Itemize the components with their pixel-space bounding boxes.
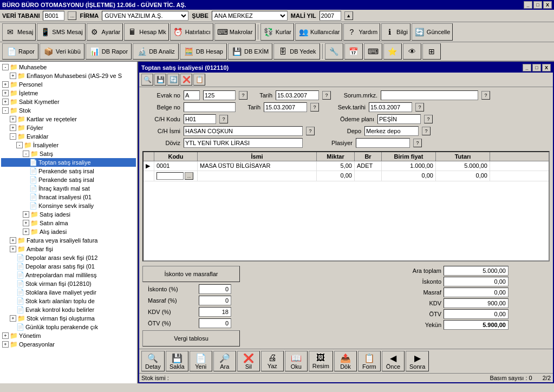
tarih-q-button[interactable]: ? <box>322 91 331 100</box>
toolbar-kurlar[interactable]: 💱 Kurlar <box>260 23 294 41</box>
tree-item-satis-iadesi[interactable]: + 📁 Satış iadesi <box>1 210 136 219</box>
depo-input[interactable] <box>364 126 419 136</box>
otv-pct-input[interactable] <box>199 318 231 328</box>
muhasebe-toggle[interactable]: - <box>2 64 9 70</box>
kartlar-toggle[interactable]: + <box>10 116 16 122</box>
toolbar-db-hesap[interactable]: 🧮 DB Hesap <box>180 43 227 60</box>
masraf-pct-input[interactable] <box>199 296 231 305</box>
toolbar-makrolar[interactable]: ⌨ Makrolar <box>214 23 256 41</box>
toolbar-extra4[interactable]: ⭐ <box>383 43 402 60</box>
sevk-tarihi-input[interactable] <box>369 102 412 112</box>
tree-item-evrak-kontrol[interactable]: 📄 Evrak kontrol kodu belirler <box>1 305 136 314</box>
form-button[interactable]: 📋 Form <box>358 351 381 371</box>
maximize-button[interactable]: □ <box>533 1 542 9</box>
resim-button[interactable]: 🖼 Resim <box>309 351 333 371</box>
mali-yil-input[interactable] <box>320 11 341 21</box>
tree-item-antrepo[interactable]: 📄 Antrepolardan mal millilesş <box>1 271 136 279</box>
doc-btn-copy[interactable]: 📋 <box>193 74 205 86</box>
veri-tabani-button[interactable]: ... <box>68 11 76 20</box>
mali-yil-up-button[interactable]: ▲ <box>344 11 353 20</box>
tarih2-q-button[interactable]: ? <box>310 103 319 112</box>
detay-button[interactable]: 🔍 Detay <box>141 351 165 371</box>
toolbar-db-analiz[interactable]: 🔬 DB Analiz <box>133 43 179 60</box>
tree-item-fatura[interactable]: + 📁 Fatura veya irsaliyeli fatura <box>1 236 136 245</box>
toolbar-extra5[interactable]: 👁 <box>403 43 421 60</box>
ch-kodu-q-button[interactable]: ? <box>219 115 228 123</box>
once-button[interactable]: ◀ Önce <box>382 351 405 371</box>
evrak-no-input[interactable] <box>203 90 236 100</box>
plasiyer-q-button[interactable]: ? <box>413 139 422 147</box>
toolbar-mesaj[interactable]: ✉ Mesaj <box>2 23 36 41</box>
toolbar-rapor[interactable]: 📄 Rapor <box>2 43 38 60</box>
tree-item-ihracat[interactable]: 📄 İhracat irsaliyesi (01 <box>1 193 136 201</box>
toolbar-bilgi[interactable]: ℹ Bilgi <box>381 23 410 41</box>
ambar-toggle[interactable]: + <box>10 246 16 252</box>
tree-item-foyler[interactable]: + 📁 Föyler <box>1 123 136 132</box>
satin-alma-toggle[interactable]: + <box>23 220 29 226</box>
toolbar-extra3[interactable]: ⌨ <box>364 43 382 60</box>
tree-item-enflasyon[interactable]: + 📁 Enflasyon Muhasebesi (IAS-29 ve S <box>1 71 136 80</box>
yaz-button[interactable]: 🖨 Yaz <box>261 351 284 371</box>
dok-button[interactable]: 📤 Dök <box>334 351 357 371</box>
minimize-button[interactable]: _ <box>524 1 532 9</box>
tarih2-input[interactable] <box>264 102 307 112</box>
doc-btn-refresh[interactable]: 🔄 <box>167 74 179 86</box>
tree-item-personel[interactable]: + 📁 Personel <box>1 80 136 89</box>
sevk-tarihi-q-button[interactable]: ? <box>415 103 424 112</box>
close-button[interactable]: X <box>543 1 552 9</box>
ch-ismi-input[interactable] <box>184 126 303 136</box>
toolbar-extra1[interactable]: 🔧 <box>325 43 343 60</box>
isletme-toggle[interactable]: + <box>2 90 9 96</box>
plasiyer-input[interactable] <box>356 138 410 148</box>
stok-virman2-toggle[interactable]: + <box>10 315 16 322</box>
sakla-button[interactable]: 💾 Sakla <box>166 351 188 371</box>
yeni-button[interactable]: 📄 Yeni <box>190 351 212 371</box>
toolbar-hatirlatici[interactable]: ⏰ Hatırlatıcı <box>170 23 213 41</box>
tree-item-stok-virman[interactable]: 📄 Stok virman fişi (012810) <box>1 279 136 288</box>
ch-kodu-input[interactable] <box>184 114 216 124</box>
tree-item-evraklar[interactable]: - 📁 Evraklar <box>1 132 136 141</box>
toolbar-extra2[interactable]: 📅 <box>344 43 363 60</box>
doc-maximize-button[interactable]: □ <box>532 64 541 71</box>
toolbar-yardim[interactable]: ? Yardım <box>343 23 380 41</box>
tree-item-perakende2[interactable]: 📄 Perakende satış irsal <box>1 175 136 184</box>
toolbar-veri-kubu[interactable]: 📦 Veri kübü <box>40 43 84 60</box>
yonetim-toggle[interactable]: + <box>2 332 9 339</box>
depo-q-button[interactable]: ? <box>422 127 431 135</box>
fatura-toggle[interactable]: + <box>10 237 16 244</box>
satis-iadesi-toggle[interactable]: + <box>23 211 29 218</box>
satis-toggle[interactable]: - <box>23 151 29 157</box>
toolbar-guncelle[interactable]: 🔄 Güncelle <box>412 23 453 41</box>
doc-btn-search[interactable]: 🔍 <box>141 74 153 86</box>
tree-item-irsaliyeler[interactable]: - 📁 İrsaliyeler <box>1 141 136 149</box>
tree-item-satin-alma[interactable]: + 📁 Satın alma <box>1 219 136 227</box>
tree-item-stoklara-ilave[interactable]: 📄 Stoklara ilave maliyet yedir <box>1 288 136 297</box>
sorum-mrkz-input[interactable] <box>381 90 478 100</box>
tree-item-ihrac[interactable]: 📄 İhraç kayıtlı mal sat <box>1 184 136 193</box>
evraklar-toggle[interactable]: - <box>10 133 16 140</box>
tree-item-yonetim[interactable]: + 📁 Yönetim <box>1 331 136 340</box>
belge-no-input[interactable] <box>184 102 236 112</box>
doc-minimize-button[interactable]: _ <box>523 64 531 71</box>
row2-ellipsis-button[interactable]: ... <box>185 172 193 180</box>
sorum-mrkz-q-button[interactable]: ? <box>481 91 490 100</box>
toolbar-db-exim[interactable]: 💾 DB EXİM <box>228 43 272 60</box>
tree-item-alis-iadesi[interactable]: + 📁 Alış iadesi <box>1 227 136 236</box>
sabit-toggle[interactable]: + <box>2 99 9 105</box>
toolbar-ayarlar[interactable]: ⚙ Ayarlar <box>87 23 123 41</box>
personel-toggle[interactable]: + <box>2 81 9 88</box>
tarih-input[interactable] <box>276 90 319 100</box>
tree-item-depolar-sevk[interactable]: 📄 Depolar arası sevk fişi (012 <box>1 253 136 262</box>
foyler-toggle[interactable]: + <box>10 125 16 131</box>
tree-item-operasyonlar[interactable]: + 📁 Operasyonlar <box>1 340 136 349</box>
tree-item-gunluk[interactable]: 📄 Günlük toplu perakende çık <box>1 323 136 331</box>
alis-iadesi-toggle[interactable]: + <box>23 228 29 235</box>
tree-item-ambar[interactable]: + 📁 Ambar fişi <box>1 245 136 253</box>
veri-tabani-input[interactable] <box>43 11 64 21</box>
operasyonlar-toggle[interactable]: + <box>2 341 9 348</box>
toolbar-extra6[interactable]: ⊞ <box>422 43 441 60</box>
kdv-pct-input[interactable] <box>199 307 231 317</box>
sil-button[interactable]: ❌ Sil <box>237 351 260 371</box>
doc-btn-delete[interactable]: ❌ <box>180 74 192 86</box>
toolbar-kullanicilar[interactable]: 👥 Kullanıcılar <box>295 23 342 41</box>
